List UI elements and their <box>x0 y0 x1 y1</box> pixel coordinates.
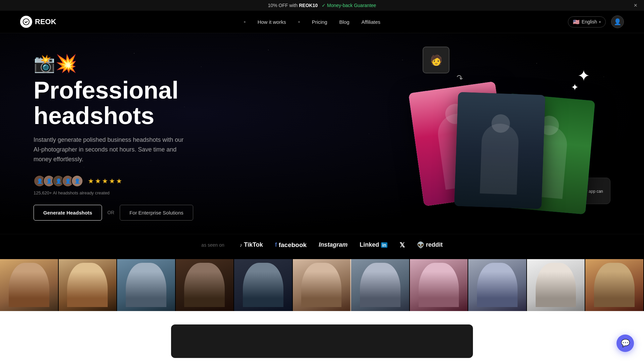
reddit-icon: 👽 <box>417 241 424 249</box>
hero-content: 📸💥 Professional headshots Instantly gene… <box>34 53 221 221</box>
nav-right: 🇺🇸 English ▾ 👤 <box>568 15 624 28</box>
svg-point-0 <box>23 19 29 25</box>
or-label: OR <box>107 210 114 215</box>
hero-subtitle: Instantly generate polished business hea… <box>34 135 188 164</box>
promo-text: 10% OFF with REOK10 ✓ Money-back Guarant… <box>268 3 376 8</box>
hero-title: Professional headshots <box>34 78 221 128</box>
banner-close-button[interactable]: × <box>634 2 637 9</box>
reddit-logo: 👽 reddit <box>417 241 443 249</box>
strip-photo-7 <box>351 259 410 311</box>
cta-group: Generate Headshots OR For Enterprise Sol… <box>34 205 221 221</box>
strip-photo-10 <box>527 259 586 311</box>
reviews-count: 125,620+ AI headshots already created <box>34 190 221 195</box>
star-rating: ★ ★ ★ ★ ★ <box>88 177 122 185</box>
as-seen-on-label: as seen on <box>201 242 224 248</box>
logo-icon <box>20 16 32 28</box>
nav-links: How it works Pricing Blog Affiliates <box>244 19 380 25</box>
photo-strip <box>0 259 644 311</box>
strip-photo-5 <box>234 259 293 311</box>
instagram-logo: Instagram <box>319 241 347 248</box>
nav-dot-1 <box>244 21 246 23</box>
star-4: ★ <box>109 177 115 185</box>
photo-cards <box>402 87 597 214</box>
video-placeholder <box>171 324 473 358</box>
linkedin-in-icon: in <box>381 242 387 248</box>
x-logo: 𝕏 <box>399 241 405 249</box>
facebook-icon: f <box>275 241 277 248</box>
as-seen-on-section: as seen on ♪ TikTok f facebook Instagram… <box>0 234 644 259</box>
strip-photo-6 <box>293 259 352 311</box>
nav-dot-2 <box>298 21 300 23</box>
upload-thumbnail: 🧑 <box>423 47 449 73</box>
main-nav: REOK How it works Pricing Blog Affiliate… <box>0 11 644 33</box>
linkedin-logo: Linkedin <box>360 241 387 248</box>
user-account-button[interactable]: 👤 <box>611 15 624 28</box>
star-2: ★ <box>95 177 101 185</box>
promo-banner: 10% OFF with REOK10 ✓ Money-back Guarant… <box>0 0 644 11</box>
hero-section: 📸💥 Professional headshots Instantly gene… <box>0 33 644 234</box>
as-seen-on-row: as seen on ♪ TikTok f facebook Instagram… <box>0 241 644 249</box>
nav-link-pricing[interactable]: Pricing <box>312 19 327 25</box>
user-icon: 👤 <box>614 18 621 25</box>
checkmark-icon: ✓ <box>322 3 326 8</box>
strip-photo-9 <box>468 259 527 311</box>
promo-text-label: 10% OFF with <box>268 3 298 8</box>
nav-link-affiliates[interactable]: Affiliates <box>362 19 380 25</box>
strip-photo-2 <box>59 259 117 311</box>
star-5: ★ <box>116 177 122 185</box>
star-1: ★ <box>88 177 94 185</box>
strip-photo-8 <box>410 259 469 311</box>
chat-icon: 💬 <box>621 339 630 348</box>
social-proof: 👤 👤 👤 👤 👤 ★ ★ ★ ★ ★ <box>34 175 221 187</box>
hero-visual: 🧑 ↷ ✦ ✦ <box>402 47 610 214</box>
guarantee-text: Money-back Guarantee <box>327 3 376 8</box>
camera-emoji: 📸💥 <box>34 53 221 74</box>
flag-icon: 🇺🇸 <box>573 19 580 25</box>
sparkle-small-icon: ✦ <box>571 82 579 93</box>
arrow-icon: ↷ <box>455 72 464 83</box>
facebook-logo: f facebook <box>275 241 307 249</box>
photo-card-2 <box>454 92 545 209</box>
tiktok-icon: ♪ <box>240 242 243 248</box>
avatar-stack: 👤 👤 👤 👤 👤 <box>34 175 83 187</box>
language-label: English <box>582 19 597 24</box>
star-3: ★ <box>102 177 108 185</box>
logo-link[interactable]: REOK <box>20 16 56 28</box>
thumbnail-icon: 🧑 <box>430 54 442 66</box>
bottom-section <box>0 311 644 362</box>
enterprise-solutions-button[interactable]: For Enterprise Solutions <box>120 205 193 221</box>
language-selector[interactable]: 🇺🇸 English ▾ <box>568 16 606 27</box>
chevron-down-icon: ▾ <box>599 20 601 24</box>
strip-photo-1 <box>0 259 59 311</box>
avatar-5: 👤 <box>71 175 83 187</box>
strip-photo-11 <box>585 259 644 311</box>
strip-photo-3 <box>117 259 176 311</box>
generate-headshots-button[interactable]: Generate Headshots <box>34 205 102 221</box>
strip-photo-4 <box>176 259 234 311</box>
promo-code: REOK10 <box>299 3 318 8</box>
nav-link-how-it-works[interactable]: How it works <box>258 19 286 25</box>
logo-text: REOK <box>35 17 56 26</box>
tiktok-logo: ♪ TikTok <box>240 241 263 248</box>
chat-widget-button[interactable]: 💬 <box>616 335 634 352</box>
sparkle-large-icon: ✦ <box>577 67 590 85</box>
nav-link-blog[interactable]: Blog <box>339 19 350 25</box>
